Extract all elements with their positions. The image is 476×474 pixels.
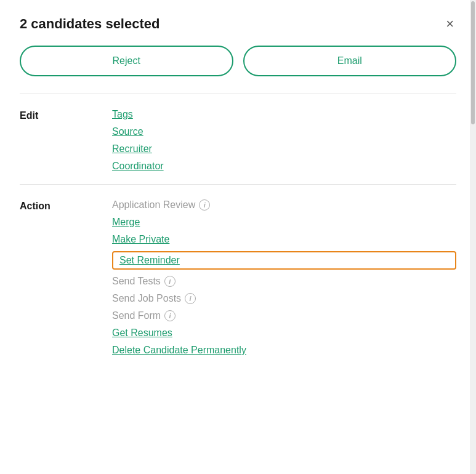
send-job-posts-label: Send Job Posts	[112, 293, 181, 304]
divider-1	[20, 94, 456, 94]
get-resumes-link[interactable]: Get Resumes	[112, 327, 456, 339]
send-job-posts-item: Send Job Posts i	[112, 293, 456, 304]
merge-link[interactable]: Merge	[112, 217, 456, 228]
edit-section-label: Edit	[20, 109, 112, 172]
send-tests-info-icon: i	[164, 276, 175, 287]
set-reminder-link[interactable]: Set Reminder	[112, 251, 456, 270]
edit-recruiter-link[interactable]: Recruiter	[112, 143, 456, 155]
edit-section: Edit Tags Source Recruiter Coordinator	[20, 109, 456, 172]
email-button[interactable]: Email	[243, 46, 457, 76]
bulk-action-modal: 2 candidates selected × Reject Email Edi…	[0, 0, 476, 474]
action-section-label: Action	[20, 199, 112, 356]
edit-tags-link[interactable]: Tags	[112, 109, 456, 120]
application-review-label: Application Review	[112, 199, 195, 211]
send-form-item: Send Form i	[112, 310, 456, 321]
edit-source-link[interactable]: Source	[112, 126, 456, 137]
modal-header: 2 candidates selected ×	[0, 0, 476, 46]
modal-body: Reject Email Edit Tags Source Recruiter …	[0, 46, 476, 356]
edit-section-content: Tags Source Recruiter Coordinator	[112, 109, 456, 172]
delete-candidate-link[interactable]: Delete Candidate Permanently	[112, 345, 456, 356]
make-private-link[interactable]: Make Private	[112, 234, 456, 245]
application-review-item: Application Review i	[112, 199, 456, 211]
send-tests-label: Send Tests	[112, 276, 161, 287]
send-job-posts-info-icon: i	[185, 293, 196, 304]
reject-button[interactable]: Reject	[20, 46, 233, 76]
divider-2	[20, 184, 456, 185]
send-tests-item: Send Tests i	[112, 276, 456, 287]
scrollbar[interactable]	[470, 0, 476, 474]
send-form-info-icon: i	[164, 310, 175, 321]
application-review-info-icon: i	[199, 199, 210, 211]
close-button[interactable]: ×	[443, 15, 456, 33]
top-action-buttons: Reject Email	[20, 46, 456, 76]
action-section: Action Application Review i Merge Make P…	[20, 199, 456, 356]
action-section-content: Application Review i Merge Make Private …	[112, 199, 456, 356]
scrollbar-thumb[interactable]	[471, 1, 475, 124]
send-form-label: Send Form	[112, 310, 161, 321]
modal-title: 2 candidates selected	[20, 16, 159, 32]
edit-coordinator-link[interactable]: Coordinator	[112, 161, 456, 172]
